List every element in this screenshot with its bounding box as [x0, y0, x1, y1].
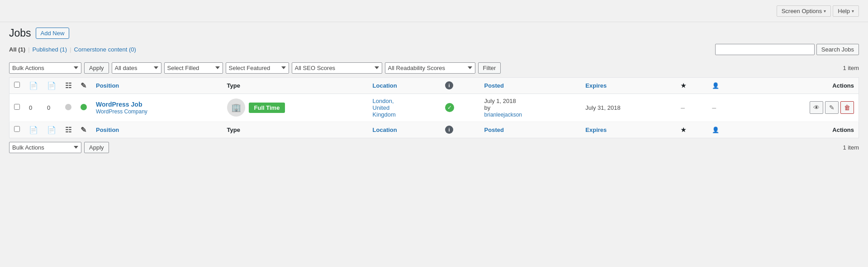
select-filled-select[interactable]: Select Filled — [164, 62, 223, 74]
status-icon: ☷ — [65, 82, 71, 89]
job-company-link[interactable]: WordPress Company — [96, 108, 147, 115]
search-jobs-button[interactable]: Search Jobs — [816, 44, 859, 55]
edit-button[interactable]: ✎ — [825, 101, 839, 114]
row-status-green-cell — [76, 94, 91, 122]
search-input[interactable] — [715, 44, 815, 55]
job-company-wrap: WordPress Company — [96, 108, 218, 115]
position-sort-link[interactable]: Position — [96, 82, 119, 89]
type-label-foot: Type — [227, 126, 240, 133]
delete-button[interactable]: 🗑 — [840, 101, 854, 114]
col-type-header: Type — [223, 77, 368, 94]
page-wrap: Screen Options ▾ Help ▾ Jobs Add New All… — [0, 0, 868, 267]
info-icon-footer: i — [445, 126, 453, 134]
posted-by-link[interactable]: brianleejackson — [484, 112, 522, 118]
posted-sort-link[interactable]: Posted — [484, 82, 504, 89]
posted-sort-link-foot[interactable]: Posted — [484, 126, 504, 133]
filter-button[interactable]: Filter — [478, 62, 501, 74]
col-pencil-icon-footer[interactable]: ✎ — [76, 122, 91, 138]
pencil-icon: ✎ — [81, 82, 86, 89]
posted-date: July 1, 2018 — [484, 98, 577, 104]
apply-button-top[interactable]: Apply — [84, 62, 109, 74]
type-label: Type — [227, 82, 240, 89]
col-draft-icon-header[interactable]: 📄 — [24, 77, 43, 94]
col-pencil-icon-header[interactable]: ✎ — [76, 77, 91, 94]
col-position-header[interactable]: Position — [91, 77, 223, 94]
job-title-link[interactable]: WordPress Job — [96, 101, 142, 108]
all-seo-select[interactable]: All SEO Scores — [292, 62, 382, 74]
all-dates-select[interactable]: All dates — [112, 62, 161, 74]
select-all-checkbox-top[interactable] — [14, 82, 20, 88]
company-logo: 🏢 — [227, 98, 245, 117]
page-title: Jobs — [9, 27, 31, 40]
filter-link-published[interactable]: Published (1) — [33, 46, 67, 53]
filter-links-row: All (1) | Published (1) | Cornerstone co… — [9, 44, 859, 55]
col-export-icon-footer[interactable]: 📄 — [43, 122, 61, 138]
main-content: Jobs Add New All (1) | Published (1) | C… — [0, 22, 868, 164]
row-person-cell: – — [707, 94, 743, 122]
bulk-actions-select-bottom[interactable]: Bulk Actions — [9, 142, 81, 153]
position-sort-link-foot[interactable]: Position — [96, 126, 119, 133]
expires-sort-link-foot[interactable]: Expires — [585, 126, 607, 133]
location-sort-link-foot[interactable]: Location — [373, 126, 397, 133]
person-icon-header: 👤 — [712, 82, 719, 89]
title-row: Jobs Add New — [9, 27, 859, 40]
col-status-icon-footer[interactable]: ☷ — [61, 122, 76, 138]
col-status-icon-header[interactable]: ☷ — [61, 77, 76, 94]
table-row: 0 0 WordPress Job — [9, 94, 859, 122]
col-location-footer[interactable]: Location — [368, 122, 441, 138]
col-posted-footer[interactable]: Posted — [480, 122, 581, 138]
screen-options-label: Screen Options — [782, 8, 822, 14]
col-type-footer: Type — [223, 122, 368, 138]
bulk-actions-select-top[interactable]: Bulk Actions — [9, 62, 81, 74]
job-type-badge: Full Time — [249, 103, 285, 113]
bottom-toolbar-row: Bulk Actions Apply 1 item — [9, 138, 859, 155]
pencil-icon-foot: ✎ — [81, 126, 86, 134]
apply-button-bottom[interactable]: Apply — [84, 142, 109, 153]
building-icon: 🏢 — [231, 103, 241, 112]
actions-label-foot: Actions — [832, 126, 854, 133]
col-expires-header[interactable]: Expires — [581, 77, 676, 94]
add-new-button[interactable]: Add New — [36, 28, 70, 39]
location-sort-link[interactable]: Location — [373, 82, 397, 89]
filter-sep-1: | — [28, 46, 29, 53]
filter-link-cornerstone[interactable]: Cornerstone content (0) — [74, 46, 136, 53]
expires-sort-link[interactable]: Expires — [585, 82, 607, 89]
col-checkbox-foot — [9, 122, 25, 138]
row-count-right-cell: 0 — [43, 94, 61, 122]
col-location-header[interactable]: Location — [368, 77, 441, 94]
col-expires-footer[interactable]: Expires — [581, 122, 676, 138]
status-dot-gray — [65, 104, 71, 110]
row-expires-cell: July 31, 2018 — [581, 94, 676, 122]
view-button[interactable]: 👁 — [810, 101, 823, 114]
person-dash: – — [712, 104, 716, 112]
row-count-left-cell: 0 — [24, 94, 43, 122]
row-actions-cell: 👁 ✎ 🗑 — [743, 94, 859, 122]
col-draft-icon-footer[interactable]: 📄 — [24, 122, 43, 138]
job-location-link[interactable]: London,UnitedKingdom — [373, 98, 396, 118]
col-export-icon-header[interactable]: 📄 — [43, 77, 61, 94]
col-posted-header[interactable]: Posted — [480, 77, 581, 94]
table-header-row: 📄 📄 ☷ ✎ Position Type — [9, 77, 859, 94]
col-person-header: 👤 — [707, 77, 743, 94]
jobs-table: 📄 📄 ☷ ✎ Position Type — [9, 77, 859, 138]
help-arrow-icon: ▾ — [852, 9, 854, 14]
select-featured-select[interactable]: Select Featured — [226, 62, 289, 74]
row-position-cell: WordPress Job WordPress Company — [91, 94, 223, 122]
row-checkbox[interactable] — [14, 104, 20, 110]
row-posted-cell: July 1, 2018 by brianleejackson — [480, 94, 581, 122]
screen-options-button[interactable]: Screen Options ▾ — [777, 5, 831, 17]
trash-icon: 🗑 — [844, 104, 850, 111]
help-button[interactable]: Help ▾ — [833, 5, 859, 17]
col-position-footer[interactable]: Position — [91, 122, 223, 138]
expires-date: July 31, 2018 — [585, 104, 620, 111]
col-info-header: i — [441, 77, 480, 94]
all-readability-select[interactable]: All Readability Scores — [385, 62, 475, 74]
draft-icon: 📄 — [29, 82, 38, 89]
col-checkbox — [9, 77, 25, 94]
select-all-checkbox-bottom[interactable] — [14, 126, 20, 132]
table-body: 0 0 WordPress Job — [9, 94, 859, 122]
info-icon-header: i — [445, 81, 453, 89]
filter-link-all[interactable]: All (1) — [9, 46, 25, 53]
row-star-cell: – — [676, 94, 707, 122]
person-icon-footer: 👤 — [712, 126, 719, 133]
